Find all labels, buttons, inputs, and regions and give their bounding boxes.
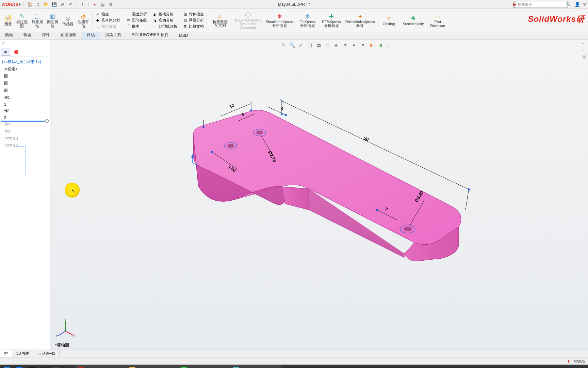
titlebar: WORKS 🏠 🗋 📂 💾 🖨 ↶ ⭱ ● ▤ ⚙ May04.SLDPRT *… xyxy=(0,0,588,9)
task-pane-strip: « ⌂ ▥ xyxy=(582,40,588,350)
view-orientation-label: *等轴测 xyxy=(55,342,69,348)
tab-MBD[interactable]: MBD xyxy=(174,32,193,39)
open-icon[interactable]: 📂 xyxy=(43,1,49,7)
tree-node[interactable]: 面 xyxy=(1,73,49,80)
ribbon-比较文档[interactable]: ⧉比较文档 xyxy=(181,24,205,29)
tree-node[interactable]: 伸1 xyxy=(1,107,49,114)
view-settings-icon[interactable]: ▢ xyxy=(386,42,393,48)
help-icon[interactable]: ? xyxy=(583,2,586,7)
feature-tree[interactable]: {<<默认>_显示状态 1>} 未指定>面面面伸11伸12伸2伸3功/复制1功/… xyxy=(0,57,50,350)
zoom-fit-icon[interactable]: ⤢ xyxy=(297,42,304,48)
settings-icon[interactable]: ⚙ xyxy=(108,1,114,7)
ribbon-检查激活[interactable]: ⎌检查激活 的文档 xyxy=(208,12,232,28)
taskbar-item[interactable]: 📁H:\微信公众号\0… xyxy=(127,365,178,368)
select-icon[interactable]: ⭱ xyxy=(80,1,86,7)
svg-point-10 xyxy=(468,188,470,190)
ribbon-DriveWorksXpress[interactable]: ✦DriveWorksXpress 向导 xyxy=(343,12,377,28)
taskpane-home-icon[interactable]: ⌂ xyxy=(582,48,588,53)
taskbar-item[interactable]: ∞ xyxy=(38,365,50,368)
ribbon-测量[interactable]: 🧭测量 xyxy=(2,14,14,27)
ribbon-检查[interactable]: ✓检查 xyxy=(94,11,121,17)
ribbon-标注视图[interactable]: ✎标注视 图 xyxy=(14,12,30,29)
ribbon-传感器[interactable]: ◎传感器 xyxy=(60,14,76,27)
options-icon[interactable]: ▤ xyxy=(100,1,106,7)
tree-node[interactable]: 功/复制1 xyxy=(1,135,49,142)
taskbar-item[interactable]: SWSOLIDWORKS P… xyxy=(75,365,126,368)
ribbon-DFMXpress[interactable]: ✚DFMXpress 分析向导 xyxy=(320,12,343,28)
taskbar-item[interactable]: Ps xyxy=(26,365,37,368)
ribbon-拔模分析[interactable]: ◭拔模分析 xyxy=(151,11,179,17)
logo-dropdown-icon[interactable] xyxy=(19,3,21,6)
ribbon-分型线分析[interactable]: ⫞分型线分析 xyxy=(151,24,179,29)
ribbon-性能评估[interactable]: ◔性能评 估 xyxy=(76,12,91,29)
taskbar-item[interactable]: ⊞ xyxy=(1,365,13,368)
taskbar-item[interactable]: ◉公众号 - 360极速… xyxy=(178,365,229,368)
viewport[interactable]: ✥ 🔍 ⤢ ◫ ▦ ▭ ◈ ▾ ● ▾ ◐ ◑ ▢ xyxy=(50,40,588,350)
ribbon-质量属性[interactable]: ⬚质量属 性 xyxy=(30,12,45,29)
home-icon[interactable]: 🏠 xyxy=(27,1,33,7)
view-triad[interactable]: Y X Z xyxy=(56,318,76,339)
ribbon-误差分析[interactable]: ≈误差分析 xyxy=(125,11,148,17)
tree-node[interactable]: 1 xyxy=(1,101,49,107)
taskpane-toggle-icon[interactable]: « xyxy=(582,41,588,46)
save-icon[interactable]: 💾 xyxy=(51,1,58,7)
edit-scene-icon[interactable]: ◐ xyxy=(368,42,375,48)
status-units[interactable]: MMGS xyxy=(574,359,585,363)
tree-node[interactable]: 伸3 xyxy=(1,128,49,135)
ribbon-FloXpress[interactable]: ✻FloXpress 分析向导 xyxy=(296,12,320,28)
rebuild-icon[interactable]: ● xyxy=(92,1,98,7)
search-play-icon[interactable]: ▶ xyxy=(513,1,516,7)
svg-point-9 xyxy=(285,114,287,116)
command-tabs: 曲面钣金焊件直接编辑评估渲染工具SOLIDWORKS 插件MBD xyxy=(0,32,588,40)
ribbon-几何体分析[interactable]: ◆几何体分析 xyxy=(94,17,121,23)
bottom-tab-型[interactable]: 型 xyxy=(0,350,12,357)
new-icon[interactable]: 🗋 xyxy=(35,1,41,7)
titlebar-right: 👤 ? xyxy=(574,2,586,7)
tree-node[interactable]: 未指定> xyxy=(1,65,49,73)
tree-node[interactable]: 面 xyxy=(1,80,49,87)
print-icon[interactable]: 🖨 xyxy=(60,1,66,7)
ribbon-Sustainability[interactable]: ❀Sustainability xyxy=(401,14,426,27)
bottom-tab-运动算例1[interactable]: 运动算例1 xyxy=(34,350,60,357)
view-cube-icon[interactable]: ▦ xyxy=(315,42,322,48)
ribbon-厚度分析[interactable]: ▥厚度分析 xyxy=(181,17,205,23)
display-style-icon[interactable]: ▭ xyxy=(324,42,331,48)
section-icon[interactable]: ◫ xyxy=(306,42,313,48)
render-icon[interactable]: ▾ xyxy=(359,42,366,48)
taskbar-item[interactable]: ✄ xyxy=(63,365,74,368)
status-flag-icon[interactable]: ▮ xyxy=(568,359,570,363)
bottom-tab-3D 视图[interactable]: 3D 视图 xyxy=(12,350,34,357)
taskbar-item[interactable]: 🖼 xyxy=(50,365,62,368)
search-icon[interactable]: 🔍 xyxy=(566,2,571,6)
orient-icon[interactable]: ✥ xyxy=(280,42,287,48)
brand-watermark: SolidWorks研 xyxy=(528,14,585,25)
tree-node[interactable]: 面 xyxy=(1,87,49,94)
panel-tab-appearance[interactable]: 🔴 xyxy=(12,48,21,56)
search-input[interactable] xyxy=(516,2,566,6)
ribbon-对称检查[interactable]: ⧎对称检查 xyxy=(181,11,205,17)
tree-node[interactable]: 伸1 xyxy=(1,94,49,101)
ribbon-斑马条纹[interactable]: ≋斑马条纹 xyxy=(125,17,148,23)
user-icon[interactable]: 👤 xyxy=(574,2,580,7)
ribbon-曲率[interactable]: ⌒曲率 xyxy=(125,24,148,29)
panel-tab-feature[interactable]: ⊕ xyxy=(1,48,10,56)
ribbon-Costing[interactable]: ⌾Costing xyxy=(377,14,401,27)
panel-collapse-icon[interactable]: › xyxy=(47,41,49,45)
taskbar-item[interactable]: ◯ xyxy=(14,365,25,368)
ribbon-Part[interactable]: ▭Part Reviewer xyxy=(426,12,450,28)
hide-show-icon[interactable]: ◈ xyxy=(333,42,340,48)
rollback-bar[interactable] xyxy=(0,120,50,122)
ribbon-剖面属性[interactable]: ◧剖面属 性 xyxy=(45,12,60,29)
panel-pin-icon[interactable]: ⊙ xyxy=(1,41,4,45)
scene-icon[interactable]: ▾ xyxy=(342,42,348,48)
undo-icon[interactable]: ↶ xyxy=(68,1,74,7)
config-node[interactable]: {<<默认>_显示状态 1>} xyxy=(1,58,49,65)
ribbon-底切分析[interactable]: ◮底切分析 xyxy=(151,17,179,23)
taskbar-item[interactable]: 🖼May04.Png - Wi… xyxy=(230,365,281,368)
zoom-icon[interactable]: 🔍 xyxy=(289,42,295,48)
appearance-icon[interactable]: ● xyxy=(350,42,357,48)
apply-scene-icon[interactable]: ◑ xyxy=(377,42,384,48)
command-searchbox[interactable]: ▶ 🔍 xyxy=(513,1,568,8)
taskpane-lib-icon[interactable]: ▥ xyxy=(582,55,588,60)
ribbon-SimulationXpress[interactable]: ✱SimulationXpress 分析向导 xyxy=(264,12,296,28)
